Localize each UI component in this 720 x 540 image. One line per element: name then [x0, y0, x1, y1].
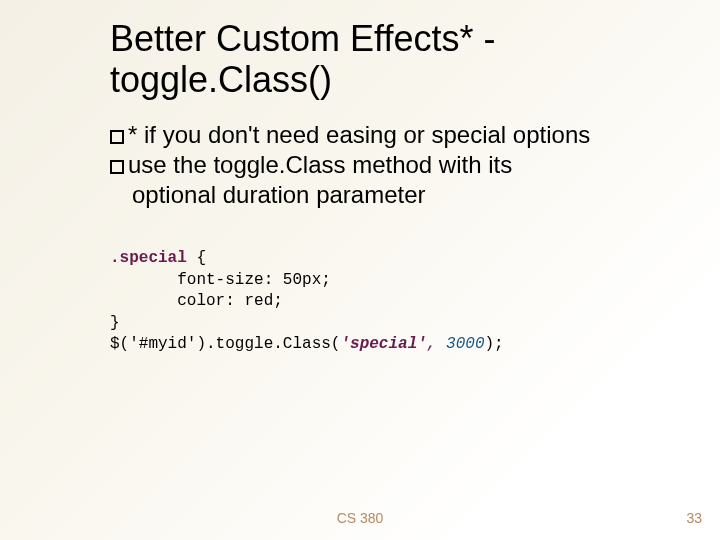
- footer-course: CS 380: [0, 510, 720, 526]
- code-selector: .special: [110, 249, 187, 267]
- code-text: color: red;: [110, 292, 283, 310]
- body-text: * if you don't need easing or special op…: [110, 120, 680, 210]
- bullet-line-2: use the toggle.Class method with its: [110, 150, 680, 180]
- code-text: );: [484, 335, 503, 353]
- square-bullet-icon: [110, 130, 124, 144]
- code-text: $('#myid').toggle.Class(: [110, 335, 340, 353]
- bullet-line-1: * if you don't need easing or special op…: [110, 120, 680, 150]
- bullet-1-text: if you don't need easing or special opti…: [137, 121, 590, 148]
- square-bullet-icon: [110, 160, 124, 174]
- slide-title: Better Custom Effects* - toggle.Class(): [110, 18, 670, 101]
- code-text: font-size: 50px;: [110, 271, 331, 289]
- bullet-2-text: the toggle.Class method with its: [167, 151, 513, 178]
- bullet-3-text: optional duration parameter: [132, 181, 426, 208]
- code-text: [436, 335, 446, 353]
- bullet-2-prefix: use: [128, 151, 167, 178]
- slide: Better Custom Effects* - toggle.Class() …: [0, 0, 720, 540]
- code-block: .special { font-size: 50px; color: red; …: [110, 248, 670, 356]
- bullet-1-prefix: *: [128, 121, 137, 148]
- code-string: 'special': [340, 335, 426, 353]
- code-text: }: [110, 314, 120, 332]
- footer-page-number: 33: [686, 510, 702, 526]
- bullet-line-3: optional duration parameter: [110, 180, 680, 210]
- code-text: {: [187, 249, 206, 267]
- code-number: 3000: [446, 335, 484, 353]
